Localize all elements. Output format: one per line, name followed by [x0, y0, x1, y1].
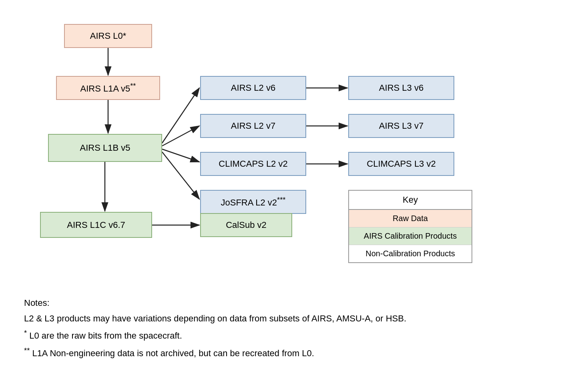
svg-line-6: [162, 152, 199, 199]
svg-line-5: [162, 149, 199, 162]
diagram-container: AIRS L0* AIRS L1A v5** AIRS L1B v5 AIRS …: [24, 16, 564, 288]
notes-line-2: ** L1A Non-engineering data is not archi…: [24, 345, 564, 361]
svg-line-3: [162, 88, 199, 143]
key-noncalib: Non-Calibration Products: [349, 245, 472, 262]
node-l3v6: AIRS L3 v6: [348, 76, 454, 100]
node-l1a: AIRS L1A v5**: [56, 76, 160, 100]
node-l0: AIRS L0*: [64, 24, 152, 48]
node-climcaps-l2: CLIMCAPS L2 v2: [200, 152, 306, 176]
svg-line-4: [162, 126, 199, 146]
node-l2v6: AIRS L2 v6: [200, 76, 306, 100]
notes-line-3: *** JoSFRA coming soon.: [24, 362, 564, 365]
node-josfra: JoSFRA L2 v2***: [200, 190, 306, 214]
josfra-label: JoSFRA L2 v2***: [221, 195, 285, 208]
key-title: Key: [349, 191, 472, 210]
node-calsub: CalSub v2: [200, 213, 292, 237]
notes-line-1: * L0 are the raw bits from the spacecraf…: [24, 327, 564, 343]
node-l1b: AIRS L1B v5: [48, 134, 162, 162]
node-climcaps-l3: CLIMCAPS L3 v2: [348, 152, 454, 176]
node-l3v7: AIRS L3 v7: [348, 114, 454, 138]
node-l1c: AIRS L1C v6.7: [40, 212, 152, 238]
node-l2v7: AIRS L2 v7: [200, 114, 306, 138]
l1a-label: AIRS L1A v5**: [80, 82, 136, 94]
notes-section: Notes: L2 & L3 products may have variati…: [24, 296, 564, 365]
key-calib: AIRS Calibration Products: [349, 227, 472, 245]
notes-line-0: L2 & L3 products may have variations dep…: [24, 311, 564, 325]
notes-heading: Notes:: [24, 296, 564, 310]
key-raw: Raw Data: [349, 210, 472, 227]
key-box: Key Raw Data AIRS Calibration Products N…: [348, 190, 472, 263]
